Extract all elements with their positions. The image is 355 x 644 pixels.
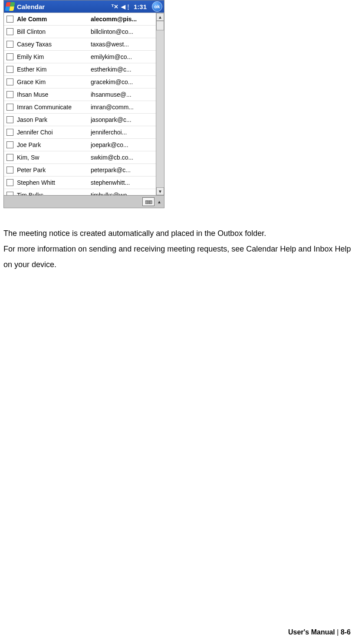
contact-email: jasonpark@c...: [91, 116, 156, 123]
footer-manual: User's Manual: [288, 628, 335, 636]
contact-name: Bill Clinton: [17, 28, 91, 35]
title-bar: Calendar ᵀ✕ ◀⋮ 1:31 ok: [4, 0, 164, 13]
contact-row[interactable]: Grace Kimgracekim@co...: [4, 76, 156, 88]
contact-row[interactable]: Esther Kimestherkim@c...: [4, 63, 156, 76]
contact-email: jenniferchoi...: [91, 129, 156, 136]
contact-checkbox[interactable]: [7, 16, 13, 23]
contact-row[interactable]: Stephen Whittstephenwhitt...: [4, 177, 156, 189]
contact-name: Grace Kim: [17, 78, 91, 85]
contact-checkbox[interactable]: [7, 104, 13, 111]
contact-name: Ale Comm: [17, 16, 91, 23]
contact-row[interactable]: Bill Clintonbillclinton@co...: [4, 26, 156, 38]
doc-line-2: For more information on sending and rece…: [3, 241, 352, 272]
contact-row[interactable]: Ale Commalecomm@pis...: [4, 13, 156, 26]
contact-checkbox[interactable]: [7, 179, 13, 186]
contact-email: estherkim@c...: [91, 66, 156, 73]
contact-name: Peter Park: [17, 167, 91, 173]
contact-email: peterpark@c...: [91, 167, 156, 173]
signal-off-icon[interactable]: ᵀ✕: [112, 3, 118, 10]
contact-row[interactable]: Casey Taxastaxas@west...: [4, 38, 156, 51]
scroll-up-button[interactable]: ▲: [156, 13, 164, 21]
contact-checkbox[interactable]: [7, 78, 13, 85]
contact-row[interactable]: Jason Parkjasonpark@c...: [4, 114, 156, 126]
scrollbar[interactable]: ▲ ▼: [156, 13, 164, 195]
ok-button-label: ok: [154, 4, 160, 9]
volume-icon[interactable]: ◀⋮: [121, 3, 131, 10]
contact-checkbox[interactable]: [7, 116, 13, 123]
contact-checkbox[interactable]: [7, 154, 13, 161]
contact-name: Casey Taxas: [17, 41, 91, 48]
contact-row[interactable]: Ihsan Museihsanmuse@...: [4, 88, 156, 101]
contact-checkbox[interactable]: [7, 91, 13, 98]
footer-separator: |: [337, 628, 339, 636]
contact-email: swkim@cb.co...: [91, 154, 156, 161]
contact-row[interactable]: Joe Parkjoepark@co...: [4, 139, 156, 151]
contact-checkbox[interactable]: [7, 53, 13, 60]
ok-button[interactable]: ok: [152, 1, 162, 12]
contact-name: Esther Kim: [17, 66, 91, 73]
input-menu-button[interactable]: ▲: [156, 198, 162, 206]
contact-email: stephenwhitt...: [91, 179, 156, 186]
contact-email: ihsanmuse@...: [91, 91, 156, 98]
contact-checkbox[interactable]: [7, 141, 13, 148]
contact-row[interactable]: Jennifer Choijenniferchoi...: [4, 126, 156, 139]
contact-email: billclinton@co...: [91, 28, 156, 35]
contact-email: alecomm@pis...: [91, 16, 156, 23]
contact-name: Tim Bulks: [17, 192, 91, 195]
contact-email: emilykim@co...: [91, 53, 156, 60]
scroll-track[interactable]: [156, 30, 164, 187]
device-screenshot: Calendar ᵀ✕ ◀⋮ 1:31 ok Ale Commalecomm@p…: [3, 0, 164, 208]
keyboard-icon[interactable]: ▥▥: [142, 197, 154, 206]
clock[interactable]: 1:31: [134, 3, 147, 10]
contact-name: Emily Kim: [17, 53, 91, 60]
start-menu-icon[interactable]: [5, 2, 15, 11]
footer-page-number: 8-6: [341, 628, 351, 636]
scroll-thumb[interactable]: [156, 21, 164, 30]
contact-row[interactable]: Emily Kimemilykim@co...: [4, 51, 156, 63]
page-footer: User's Manual | 8-6: [288, 628, 351, 636]
bottom-bar: ▥▥ ▲: [4, 195, 164, 208]
contact-checkbox[interactable]: [7, 41, 13, 48]
contact-email: taxas@west...: [91, 41, 156, 48]
contact-name: Stephen Whitt: [17, 179, 91, 186]
doc-line-1: The meeting notice is created automatica…: [3, 226, 352, 241]
contact-checkbox[interactable]: [7, 66, 13, 73]
contact-checkbox[interactable]: [7, 192, 13, 195]
scroll-down-button[interactable]: ▼: [156, 187, 164, 195]
contact-email: timbulks@we...: [91, 192, 156, 195]
contact-row[interactable]: Tim Bulkstimbulks@we...: [4, 189, 156, 195]
contact-email: joepark@co...: [91, 141, 156, 148]
contact-name: Kim, Sw: [17, 154, 91, 161]
contact-checkbox[interactable]: [7, 167, 13, 173]
contact-list-area: Ale Commalecomm@pis...Bill Clintonbillcl…: [4, 13, 164, 195]
contact-checkbox[interactable]: [7, 28, 13, 35]
contact-list[interactable]: Ale Commalecomm@pis...Bill Clintonbillcl…: [4, 13, 156, 195]
contact-email: gracekim@co...: [91, 78, 156, 85]
app-title: Calendar: [17, 3, 45, 10]
contact-row[interactable]: Imran Communicateimran@comm...: [4, 101, 156, 114]
contact-name: Jennifer Choi: [17, 129, 91, 136]
contact-email: imran@comm...: [91, 104, 156, 111]
contact-row[interactable]: Peter Parkpeterpark@c...: [4, 164, 156, 177]
contact-name: Jason Park: [17, 116, 91, 123]
contact-checkbox[interactable]: [7, 129, 13, 136]
contact-name: Joe Park: [17, 141, 91, 148]
document-body: The meeting notice is created automatica…: [3, 226, 352, 272]
contact-row[interactable]: Kim, Swswkim@cb.co...: [4, 151, 156, 164]
contact-name: Ihsan Muse: [17, 91, 91, 98]
contact-name: Imran Communicate: [17, 104, 91, 111]
